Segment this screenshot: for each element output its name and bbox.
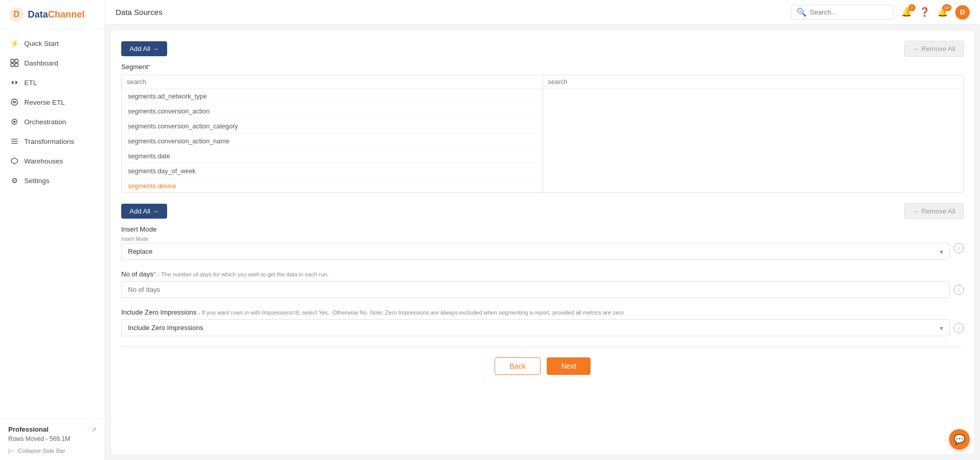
- dashboard-icon: [10, 58, 19, 68]
- sidebar-item-quick-start[interactable]: ⚡ Quick Start: [0, 34, 105, 53]
- remove-all-button-top[interactable]: ← Remove All: [904, 41, 964, 57]
- list-item[interactable]: segments.conversion_action_name: [122, 134, 543, 149]
- datachannel-logo-icon: D: [8, 6, 25, 23]
- topbar-right: 🔔 7 ❓ 🔔 SP D: [901, 5, 970, 20]
- no-of-days-label: No of days* - The number of days for whi…: [121, 270, 964, 278]
- sidebar-item-orchestration[interactable]: Orchestration: [0, 112, 105, 132]
- orchestration-icon: [10, 117, 19, 126]
- sidebar-item-transformations[interactable]: Transformations: [0, 132, 105, 151]
- add-all-button-top[interactable]: Add All →: [121, 41, 167, 56]
- zero-impressions-row: Include Zero Impressions Yes No i: [121, 319, 964, 336]
- insert-mode-wrapper: Insert Mode Replace Append Upsert: [121, 236, 950, 260]
- quick-start-icon: ⚡: [10, 39, 19, 48]
- warehouses-icon: [10, 156, 19, 166]
- list-item[interactable]: segments.ad_network_type: [122, 89, 543, 104]
- insert-mode-label: Insert Mode: [121, 225, 964, 233]
- add-all-button-bottom[interactable]: Add All →: [121, 204, 167, 219]
- notification-bell[interactable]: 🔔 7: [901, 7, 912, 18]
- insert-mode-section: Insert Mode Insert Mode Replace Append U…: [121, 225, 964, 260]
- svg-marker-12: [11, 158, 18, 164]
- segment-left-search[interactable]: [122, 75, 543, 89]
- svg-rect-2: [11, 59, 14, 62]
- rows-moved: Rows Moved - 569.1M: [8, 435, 96, 442]
- form-divider: [121, 347, 964, 347]
- insert-mode-select-wrapper: Replace Append Upsert: [121, 243, 950, 260]
- zero-impressions-select[interactable]: Include Zero Impressions Yes No: [121, 319, 950, 336]
- svg-text:D: D: [13, 10, 20, 19]
- sidebar-bottom: Professional ↗ Rows Moved - 569.1M |← Co…: [0, 419, 105, 460]
- sidebar-item-settings[interactable]: ⚙ Settings: [0, 171, 105, 190]
- plan-badge: Professional ↗: [8, 425, 96, 433]
- list-item[interactable]: segments.device: [122, 179, 543, 192]
- search-box[interactable]: 🔍: [791, 5, 894, 20]
- no-of-days-input[interactable]: [121, 281, 950, 298]
- segment-right-panel: [543, 75, 964, 192]
- insert-mode-row: Insert Mode Replace Append Upsert i: [121, 236, 964, 260]
- segment-left-items: segments.ad_network_type segments.conver…: [122, 89, 543, 192]
- top-action-row: Add All → ← Remove All: [121, 41, 964, 57]
- list-item[interactable]: segments.day_of_week: [122, 164, 543, 179]
- settings-icon: ⚙: [10, 176, 19, 185]
- search-input[interactable]: [810, 8, 888, 16]
- sidebar-item-etl[interactable]: ETL: [0, 73, 105, 92]
- svg-point-8: [13, 121, 15, 123]
- next-button[interactable]: Next: [547, 357, 591, 375]
- segment-right-search[interactable]: [543, 75, 964, 89]
- sidebar-logo: D DataChannel: [0, 0, 105, 29]
- zero-impressions-section: Include Zero Impressions - If you want r…: [121, 308, 964, 336]
- svg-rect-3: [15, 59, 18, 62]
- list-item[interactable]: segments.conversion_action: [122, 104, 543, 119]
- page-title: Data Sources: [116, 8, 162, 17]
- content-area: Add All → ← Remove All Segment* segments…: [110, 30, 975, 455]
- footer-actions: Back Next: [121, 357, 964, 385]
- notification-badge: 7: [908, 4, 916, 11]
- help-icon[interactable]: ❓: [919, 7, 930, 18]
- insert-mode-info-icon[interactable]: i: [954, 243, 964, 253]
- topbar: Data Sources 🔍 🔔 7 ❓ 🔔 SP D: [105, 0, 980, 25]
- insert-mode-floating-label: Insert Mode: [121, 236, 950, 242]
- remove-all-button-bottom[interactable]: ← Remove All: [904, 203, 964, 219]
- collapse-sidebar-button[interactable]: |← Collapse Side Bar: [8, 442, 96, 454]
- list-item[interactable]: segments.conversion_action_category: [122, 119, 543, 134]
- no-of-days-section: No of days* - The number of days for whi…: [121, 270, 964, 298]
- list-item[interactable]: segments.date: [122, 149, 543, 164]
- zero-impressions-label: Include Zero Impressions - If you want r…: [121, 308, 964, 316]
- sidebar-nav: ⚡ Quick Start Dashboard ETL Reverse ETL: [0, 29, 105, 419]
- no-of-days-info-icon[interactable]: i: [954, 285, 964, 295]
- svg-rect-5: [15, 63, 18, 67]
- alerts-icon[interactable]: 🔔 SP: [937, 7, 948, 18]
- svg-point-6: [11, 99, 18, 105]
- user-avatar[interactable]: D: [955, 5, 970, 20]
- bottom-action-row: Add All → ← Remove All: [121, 203, 964, 219]
- segment-left-panel: segments.ad_network_type segments.conver…: [122, 75, 543, 192]
- zero-impressions-wrapper: Include Zero Impressions Yes No: [121, 319, 950, 336]
- logo-text: DataChannel: [28, 9, 85, 20]
- sidebar-item-dashboard[interactable]: Dashboard: [0, 53, 105, 73]
- segment-dual-list: segments.ad_network_type segments.conver…: [121, 75, 964, 193]
- transformations-icon: [10, 137, 19, 146]
- no-of-days-row: i: [121, 281, 964, 298]
- zero-impressions-info-icon[interactable]: i: [954, 323, 964, 333]
- main-area: Data Sources 🔍 🔔 7 ❓ 🔔 SP D: [105, 0, 980, 460]
- plan-external-link[interactable]: ↗: [91, 426, 96, 433]
- search-icon: 🔍: [796, 7, 807, 17]
- segment-section: Segment* segments.ad_network_type segmen…: [121, 63, 964, 193]
- reverse-etl-icon: [10, 97, 19, 107]
- alerts-badge: SP: [942, 4, 952, 11]
- sidebar-item-warehouses[interactable]: Warehouses: [0, 151, 105, 171]
- back-button[interactable]: Back: [495, 357, 541, 375]
- svg-rect-4: [11, 63, 14, 67]
- plan-name: Professional: [8, 425, 48, 433]
- sidebar-item-reverse-etl[interactable]: Reverse ETL: [0, 92, 105, 112]
- segment-label: Segment*: [121, 63, 964, 71]
- chat-button[interactable]: 💬: [949, 429, 970, 450]
- etl-icon: [10, 78, 19, 87]
- insert-mode-select[interactable]: Replace Append Upsert: [121, 243, 950, 260]
- segment-right-items: [543, 89, 964, 192]
- zero-impressions-description: - If you want rows in with Impressions=0…: [199, 309, 624, 316]
- sidebar: D DataChannel ⚡ Quick Start Dashboard ET…: [0, 0, 105, 460]
- no-of-days-description: - The number of days for which you wish …: [158, 271, 329, 277]
